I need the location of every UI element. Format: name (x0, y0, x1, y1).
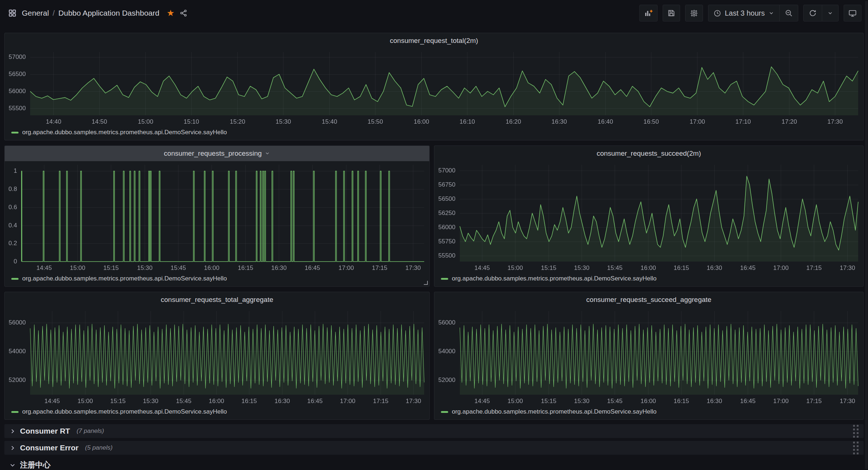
legend: org.apache.dubbo.samples.metrics.prometh… (5, 274, 429, 286)
favorite-star-icon[interactable]: ★ (166, 9, 174, 17)
chevron-down-icon (768, 10, 774, 16)
legend-series-marker (11, 278, 19, 280)
panel-consumer-requests-total-aggregate: consumer_requests_total_aggregate org.ap… (4, 292, 430, 420)
legend-series-marker (441, 278, 448, 280)
scrollbar[interactable] (865, 1, 868, 469)
legend: org.apache.dubbo.samples.metrics.prometh… (434, 274, 863, 286)
chart-canvas-consumer-request-total[interactable] (5, 48, 863, 128)
plot-area (434, 307, 863, 407)
chart-canvas-consumer-requests-succeed-aggregate[interactable] (434, 307, 863, 407)
zoom-out-icon (785, 9, 793, 17)
top-nav: General / Dubbo Application Dashboard ★ (0, 0, 868, 26)
panel-title[interactable]: consumer_request_total(2m) (390, 37, 478, 45)
row-registry-center[interactable]: 注册中心 (4, 458, 864, 470)
page-title: Dubbo Application Dashboard (59, 9, 160, 17)
row-drag-handle[interactable] (853, 425, 859, 438)
grafana-dashboard: General / Dubbo Application Dashboard ★ (0, 0, 868, 470)
panel-header-consumer-requests-succeed[interactable]: consumer_requests_succeed(2m) (434, 146, 863, 161)
panel-consumer-requests-processing: consumer_requests_processing org.apache.… (4, 146, 430, 287)
plot-area (5, 307, 429, 407)
plot-area (5, 48, 863, 128)
add-panel-button[interactable] (639, 5, 658, 21)
panel-menu-chevron-icon[interactable] (265, 151, 270, 158)
chevron-down-icon (9, 462, 16, 468)
row-title[interactable]: Consumer RT (20, 427, 70, 435)
panel-title[interactable]: consumer_requests_succeed_aggregate (586, 296, 711, 304)
clock-icon (714, 9, 721, 17)
dashboard-settings-button[interactable] (685, 5, 703, 21)
panel-header-consumer-request-total[interactable]: consumer_request_total(2m) (5, 33, 863, 48)
time-range-picker[interactable]: Last 3 hours (708, 5, 779, 21)
row-title[interactable]: Consumer Error (20, 443, 79, 452)
panel-header-consumer-requests-total-aggregate[interactable]: consumer_requests_total_aggregate (5, 292, 429, 307)
zoom-out-time-button[interactable] (779, 5, 798, 21)
panel-consumer-request-total: consumer_request_total(2m) org.apache.du… (4, 33, 864, 140)
breadcrumb-section[interactable]: General (22, 9, 49, 17)
legend-series-marker (441, 411, 448, 413)
panel-consumer-requests-succeed: consumer_requests_succeed(2m) org.apache… (434, 146, 864, 287)
refresh-group (803, 5, 839, 21)
gear-icon (690, 9, 698, 17)
refresh-interval-dropdown[interactable] (822, 5, 838, 21)
save-dashboard-button[interactable] (663, 5, 680, 21)
add-panel-icon (644, 9, 653, 17)
panel-consumer-requests-succeed-aggregate: consumer_requests_succeed_aggregate org.… (434, 292, 864, 420)
legend-series-label[interactable]: org.apache.dubbo.samples.metrics.prometh… (22, 408, 227, 415)
panel-title[interactable]: consumer_requests_succeed(2m) (596, 150, 701, 158)
apps-icon[interactable] (8, 9, 17, 17)
refresh-icon (809, 9, 817, 17)
plot-area (5, 161, 429, 274)
monitor-icon (848, 9, 857, 17)
save-icon (667, 9, 675, 17)
time-range-group: Last 3 hours (708, 5, 798, 21)
share-icon[interactable] (180, 9, 188, 17)
plot-area (434, 161, 863, 274)
legend: org.apache.dubbo.samples.metrics.prometh… (434, 407, 863, 419)
panel-header-consumer-requests-succeed-aggregate[interactable]: consumer_requests_succeed_aggregate (434, 292, 863, 307)
refresh-button[interactable] (804, 5, 822, 21)
row-title[interactable]: 注册中心 (20, 460, 51, 470)
legend-series-label[interactable]: org.apache.dubbo.samples.metrics.prometh… (22, 275, 227, 282)
chart-canvas-consumer-requests-total-aggregate[interactable] (5, 307, 429, 407)
panel-title[interactable]: consumer_requests_total_aggregate (161, 296, 273, 304)
row-consumer-error[interactable]: Consumer Error (5 panels) (4, 441, 864, 455)
chart-canvas-consumer-requests-processing[interactable] (5, 161, 429, 274)
panel-header-consumer-requests-processing[interactable]: consumer_requests_processing (5, 146, 429, 161)
legend: org.apache.dubbo.samples.metrics.prometh… (5, 128, 863, 140)
panel-title[interactable]: consumer_requests_processing (164, 150, 262, 158)
legend-series-marker (11, 132, 19, 134)
legend-series-label[interactable]: org.apache.dubbo.samples.metrics.prometh… (22, 129, 227, 136)
time-range-label: Last 3 hours (725, 9, 765, 17)
chevron-right-icon (9, 445, 16, 451)
legend: org.apache.dubbo.samples.metrics.prometh… (5, 407, 429, 419)
chart-canvas-consumer-requests-succeed[interactable] (434, 161, 863, 274)
row-drag-handle[interactable] (853, 442, 859, 454)
legend-series-label[interactable]: org.apache.dubbo.samples.metrics.prometh… (452, 408, 656, 415)
row-consumer-rt[interactable]: Consumer RT (7 panels) (4, 424, 864, 438)
legend-series-label[interactable]: org.apache.dubbo.samples.metrics.prometh… (452, 275, 656, 282)
breadcrumb-separator: / (53, 9, 55, 17)
legend-series-marker (11, 411, 19, 413)
tv-mode-button[interactable] (844, 5, 861, 21)
panel-resize-handle[interactable] (424, 281, 428, 285)
chevron-down-icon (827, 10, 833, 16)
chevron-right-icon (9, 428, 16, 434)
row-panel-count: (5 panels) (85, 444, 113, 451)
breadcrumb: General / Dubbo Application Dashboard (22, 9, 159, 17)
row-panel-count: (7 panels) (77, 427, 104, 435)
